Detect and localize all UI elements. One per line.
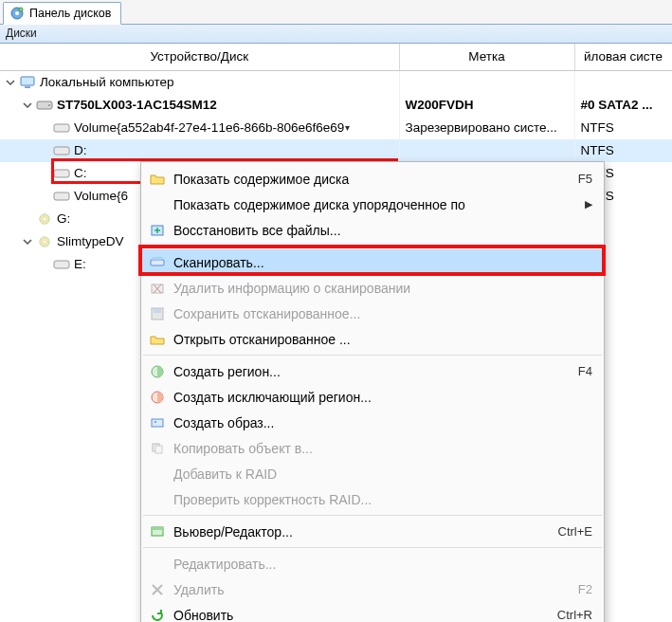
ctx-del-scan: Удалить информацию о сканировании — [141, 275, 604, 301]
ctx-label: Удалить информацию о сканировании — [173, 281, 592, 296]
volume-icon — [53, 190, 70, 203]
folder-open-icon — [147, 172, 168, 187]
volume-icon — [53, 167, 70, 180]
ctx-shortcut: F2 — [536, 582, 592, 596]
open-icon — [147, 332, 168, 347]
ctx-create-region[interactable]: Создать регион... F4 — [141, 358, 604, 384]
computer-icon — [19, 76, 36, 89]
ctx-separator — [143, 515, 602, 516]
tree-fs-col: NTFS — [574, 117, 672, 139]
col-label[interactable]: Метка — [399, 44, 574, 70]
svg-rect-18 — [153, 257, 162, 260]
svg-point-12 — [44, 217, 46, 220]
ctx-label: Открыть отсканированное ... — [173, 332, 592, 347]
ctx-add-raid: Добавить к RAID — [141, 461, 604, 486]
ctx-label: Обновить — [173, 608, 536, 623]
dropdown-arrow-icon: ▾ — [345, 122, 350, 133]
ctx-show-contents[interactable]: Показать содержимое диска F5 — [141, 166, 604, 192]
ctx-recover-all[interactable]: Восстановить все файлы... — [141, 217, 604, 243]
ctx-label: Добавить к RAID — [173, 466, 592, 482]
ctx-open-scan[interactable]: Открыть отсканированное ... — [141, 326, 604, 352]
region-icon — [147, 364, 168, 379]
ctx-delete: Удалить F2 — [141, 576, 604, 602]
col-device[interactable]: Устройство/Диск — [0, 44, 399, 70]
ctx-refresh[interactable]: Обновить Ctrl+R — [141, 602, 604, 622]
volume-icon — [53, 121, 70, 135]
save-icon — [147, 306, 168, 321]
tree-label: C: — [74, 166, 87, 180]
ctx-edit: Редактировать... — [141, 551, 604, 576]
tree-row-disk[interactable]: ST750LX003-1AC154SM12 W200FVDH #0 SATA2 … — [0, 94, 672, 117]
ctx-label: Сканировать... — [173, 255, 592, 270]
tab-disks-panel[interactable]: Панель дисков — [3, 2, 121, 25]
ctx-separator — [143, 547, 602, 548]
tree-row-volume-guid[interactable]: Volume{a552ab4f-27e4-11e6-866b-806e6f6e6… — [0, 117, 672, 139]
ctx-save-scan: Сохранить отсканированное... — [141, 301, 604, 326]
ctx-create-image[interactable]: Создать образ... — [141, 410, 604, 435]
viewer-icon — [147, 524, 168, 540]
ctx-label: Копировать объект в... — [173, 441, 592, 456]
svg-rect-27 — [155, 446, 162, 453]
recover-icon — [147, 223, 168, 238]
ctx-label: Сохранить отсканированное... — [173, 306, 592, 321]
scan-icon — [147, 255, 168, 270]
disk-panel-icon — [9, 6, 25, 21]
tree-row-root[interactable]: Локальный компьютер — [0, 70, 672, 94]
chevron-down-icon[interactable] — [4, 76, 17, 89]
ctx-label: Вьювер/Редактор... — [173, 524, 536, 540]
tree-label: D: — [74, 143, 87, 157]
optical-icon — [36, 212, 53, 226]
ctx-shortcut: F4 — [536, 364, 592, 378]
ctx-label: Создать исключающий регион... — [173, 390, 592, 405]
ctx-label: Редактировать... — [173, 557, 592, 572]
delete-icon — [147, 582, 168, 597]
tree-label-col: Зарезервировано систе... — [399, 117, 574, 139]
svg-rect-21 — [154, 309, 161, 313]
tab-bar: Панель дисков — [0, 0, 672, 25]
tree-row-d[interactable]: D: NTFS — [0, 139, 672, 162]
svg-rect-7 — [54, 124, 69, 132]
ctx-show-sorted[interactable]: Показать содержимое диска упорядоченное … — [141, 192, 604, 217]
copy-icon — [147, 441, 168, 456]
svg-point-2 — [19, 8, 23, 11]
svg-point-6 — [48, 104, 50, 106]
delete-scan-icon — [147, 281, 168, 296]
tree-fs-col: #0 SATA2 ... — [574, 94, 672, 117]
chevron-down-icon[interactable] — [21, 99, 34, 112]
svg-rect-24 — [152, 419, 163, 427]
ctx-label: Создать образ... — [173, 415, 592, 430]
volume-icon — [53, 258, 70, 271]
tree-label: Volume{a552ab4f-27e4-11e6-866b-806e6f6e6… — [74, 120, 344, 135]
svg-point-1 — [15, 11, 19, 15]
ctx-label: Проверить корректность RAID... — [173, 492, 592, 507]
tree-label: SlimtypeDV — [57, 234, 124, 248]
refresh-icon — [147, 608, 168, 623]
tree-label: G: — [57, 211, 70, 226]
ctx-create-excl-region[interactable]: Создать исключающий регион... — [141, 384, 604, 410]
svg-rect-29 — [152, 527, 163, 530]
svg-point-25 — [154, 421, 156, 423]
chevron-down-icon[interactable] — [21, 235, 34, 248]
optical-drive-icon — [36, 235, 53, 248]
svg-rect-15 — [54, 261, 69, 268]
tree-label-col: W200FVDH — [399, 94, 574, 117]
svg-rect-9 — [54, 170, 69, 177]
ctx-separator — [143, 355, 602, 356]
tree-label: Volume{6 — [74, 189, 128, 203]
ctx-label: Показать содержимое диска упорядоченное … — [173, 197, 585, 212]
ctx-shortcut: Ctrl+R — [536, 608, 592, 622]
col-fs[interactable]: йловая систе — [574, 44, 672, 70]
ctx-label: Показать содержимое диска — [173, 172, 536, 187]
hdd-icon — [36, 99, 53, 112]
ctx-copy-obj: Копировать объект в... — [141, 435, 604, 461]
ctx-viewer[interactable]: Вьювер/Редактор... Ctrl+E — [141, 519, 604, 544]
subheader-disks: Диски — [0, 25, 672, 44]
tree-fs-col: NTFS — [574, 139, 672, 162]
submenu-arrow-icon: ▶ — [585, 198, 592, 210]
tree-label: ST750LX003-1AC154SM12 — [57, 98, 217, 112]
ctx-label: Создать регион... — [173, 364, 536, 379]
ctx-shortcut: F5 — [536, 172, 592, 186]
tab-label: Панель дисков — [29, 7, 111, 20]
volume-icon — [53, 144, 70, 157]
ctx-scan[interactable]: Сканировать... — [141, 249, 604, 275]
